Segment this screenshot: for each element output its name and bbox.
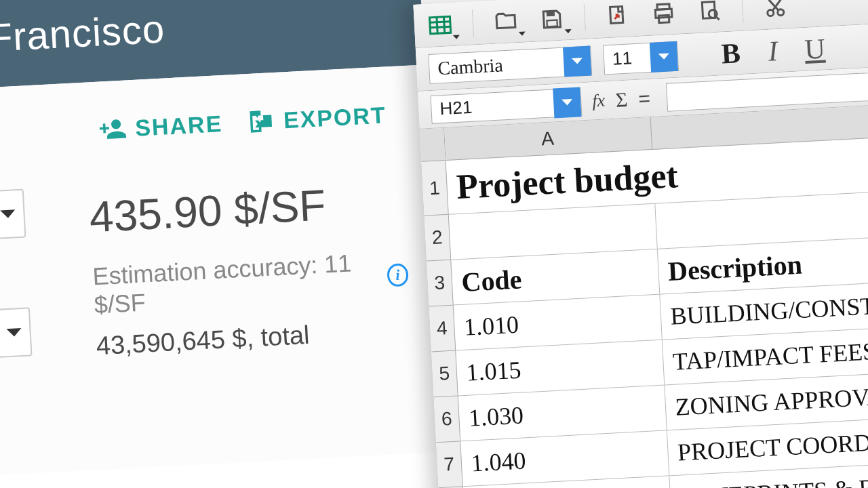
export-doc-icon[interactable] xyxy=(604,1,632,30)
row-number[interactable]: 3 xyxy=(427,260,452,307)
formula-equals-icon[interactable]: = xyxy=(637,87,650,110)
sum-icon[interactable]: Σ xyxy=(615,87,628,111)
accuracy-label: Estimation accuracy: 11 $/SF xyxy=(92,247,381,319)
svg-line-13 xyxy=(716,16,719,20)
export-button[interactable]: EXPORT xyxy=(246,100,387,136)
underline-button[interactable]: U xyxy=(799,32,830,66)
add-user-icon xyxy=(98,114,127,144)
total-cost: 43,590,645 $, total xyxy=(96,315,412,361)
svg-line-2 xyxy=(430,26,450,28)
row-number[interactable]: 2 xyxy=(425,215,450,262)
chevron-down-icon xyxy=(6,328,22,337)
row-number[interactable]: 4 xyxy=(429,306,455,352)
font-family-select[interactable]: Cambria xyxy=(428,45,592,84)
print-icon[interactable] xyxy=(650,0,678,27)
estimation-panel: Francisco SHARE EXPORT 435.90 $/SF Estim… xyxy=(0,0,445,476)
cut-icon[interactable] xyxy=(761,0,789,22)
svg-line-1 xyxy=(430,21,450,22)
dropdown-field-1[interactable] xyxy=(0,189,26,241)
svg-line-3 xyxy=(437,17,437,33)
formula-input[interactable] xyxy=(666,71,868,112)
share-button[interactable]: SHARE xyxy=(98,109,223,144)
svg-rect-5 xyxy=(547,11,555,16)
row-number[interactable]: 1 xyxy=(422,161,448,216)
row-number[interactable]: 5 xyxy=(431,351,457,398)
chevron-down-icon xyxy=(563,45,591,77)
chevron-down-icon xyxy=(553,87,581,118)
price-per-sf: 435.90 $/SF xyxy=(88,176,406,242)
spreadsheet-grid[interactable]: 1 2 3 4 5 6 7 8 A Project budget xyxy=(420,104,868,488)
cell-reference-box[interactable]: H21 xyxy=(430,87,582,124)
chevron-down-icon xyxy=(650,41,678,72)
bold-button[interactable]: B xyxy=(715,36,747,70)
print-preview-icon[interactable] xyxy=(695,0,724,25)
info-icon[interactable]: i xyxy=(387,263,409,287)
open-folder-icon[interactable] xyxy=(492,7,520,35)
row-number[interactable]: 6 xyxy=(434,396,460,443)
save-icon[interactable] xyxy=(538,5,566,33)
grid-icon[interactable] xyxy=(426,11,454,39)
svg-line-4 xyxy=(443,16,444,33)
italic-button[interactable]: I xyxy=(757,34,789,68)
dropdown-field-2[interactable] xyxy=(0,307,33,359)
row-number[interactable]: 7 xyxy=(436,441,462,488)
svg-rect-0 xyxy=(429,16,450,34)
function-wizard-icon[interactable]: fx xyxy=(591,90,605,111)
spreadsheet-window: Cambria 11 B I U H21 fx Σ = 1 2 3 4 5 6 xyxy=(413,0,868,488)
chevron-down-icon xyxy=(0,209,16,218)
excel-icon xyxy=(246,106,276,136)
svg-rect-6 xyxy=(547,20,557,26)
font-size-select[interactable]: 11 xyxy=(603,41,679,75)
project-location-title: Francisco xyxy=(0,5,166,60)
